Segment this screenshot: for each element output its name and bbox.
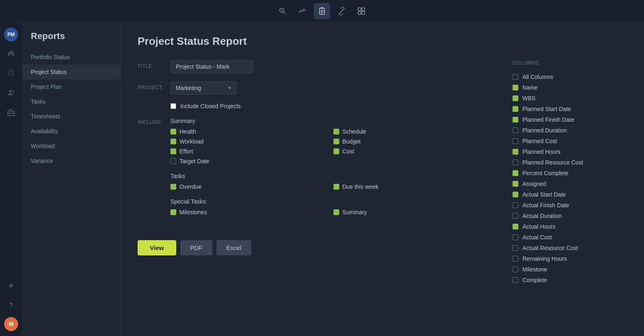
- workload-checkbox[interactable]: [170, 139, 176, 144]
- col-planned-start-date: Planned Start Date: [513, 104, 628, 114]
- overdue-checkbox[interactable]: [170, 184, 176, 190]
- special-tasks-grid: Milestones Summary: [170, 209, 488, 216]
- avatar[interactable]: M: [4, 317, 18, 331]
- col-name: Name: [513, 82, 628, 93]
- sidebar-item-tasks[interactable]: Tasks: [23, 94, 121, 109]
- include-item-due-this-week: Due this week: [334, 183, 488, 190]
- pdf-button[interactable]: PDF: [180, 240, 212, 255]
- zoom-icon[interactable]: [274, 3, 291, 19]
- view-button[interactable]: View: [138, 240, 176, 255]
- left-nav: PM + ? M: [0, 23, 23, 336]
- milestone-checkbox[interactable]: [513, 266, 518, 272]
- actual-hours-checkbox[interactable]: [513, 224, 518, 229]
- svg-point-15: [9, 90, 12, 93]
- include-item-health: Health: [170, 128, 325, 135]
- schedule-checkbox[interactable]: [334, 129, 339, 134]
- pm-logo[interactable]: PM: [4, 28, 18, 42]
- col-assigned: Assigned: [513, 178, 628, 189]
- clipboard-icon[interactable]: [314, 3, 330, 19]
- svg-line-8: [341, 10, 343, 12]
- link-icon[interactable]: [334, 3, 350, 19]
- excel-button[interactable]: Excel: [216, 240, 251, 255]
- title-label: TITLE:: [138, 60, 170, 69]
- title-input[interactable]: [170, 60, 253, 73]
- tasks-grid: Overdue Due this week: [170, 183, 488, 190]
- actual-duration-checkbox[interactable]: [513, 213, 518, 219]
- include-item-workload: Workload: [170, 138, 325, 145]
- include-item-target-date: Target Date: [170, 158, 325, 165]
- main-layout: PM + ? M Reports Portfolio Status Projec…: [0, 23, 644, 336]
- name-checkbox[interactable]: [513, 85, 518, 90]
- milestones-checkbox[interactable]: [170, 209, 176, 215]
- col-actual-resource-cost: Actual Resource Cost: [513, 243, 628, 253]
- chart-icon[interactable]: [294, 3, 310, 19]
- col-planned-finish-date: Planned Finish Date: [513, 114, 628, 125]
- col-actual-cost: Actual Cost: [513, 232, 628, 243]
- svg-rect-10: [362, 8, 365, 11]
- col-actual-finish-date: Actual Finish Date: [513, 200, 628, 211]
- columns-label: COLUMNS:: [513, 60, 628, 66]
- actual-resource-cost-checkbox[interactable]: [513, 245, 518, 251]
- cost-checkbox[interactable]: [334, 148, 339, 154]
- include-closed-checkbox[interactable]: [170, 103, 176, 109]
- assigned-checkbox[interactable]: [513, 181, 518, 187]
- svg-point-16: [12, 90, 14, 93]
- planned-hours-checkbox[interactable]: [513, 149, 518, 155]
- summary-checkbox[interactable]: [334, 209, 339, 215]
- include-item-schedule: Schedule: [334, 128, 488, 135]
- actual-start-date-checkbox[interactable]: [513, 192, 518, 197]
- include-item-milestones: Milestones: [170, 209, 325, 216]
- columns-section: COLUMNS: All Columns Name WB: [513, 60, 628, 285]
- svg-rect-13: [10, 54, 12, 56]
- svg-rect-12: [362, 12, 365, 14]
- columns-scroll: All Columns Name WBS Plann: [513, 72, 628, 285]
- col-planned-duration: Planned Duration: [513, 125, 628, 136]
- sidebar-item-project-status[interactable]: Project Status: [23, 65, 121, 79]
- briefcase-nav[interactable]: [3, 104, 19, 120]
- effort-checkbox[interactable]: [170, 148, 176, 154]
- col-milestone: Milestone: [513, 264, 628, 275]
- planned-duration-checkbox[interactable]: [513, 127, 518, 133]
- summary-group-title: Summary: [170, 118, 488, 124]
- actual-finish-date-checkbox[interactable]: [513, 202, 518, 208]
- col-wbs: WBS: [513, 93, 628, 104]
- col-percent-complete: Percent Complete: [513, 168, 628, 178]
- planned-start-date-checkbox[interactable]: [513, 106, 518, 112]
- sidebar-item-variance[interactable]: Variance: [23, 153, 121, 168]
- include-section: INCLUDE: Summary Health: [138, 118, 488, 224]
- sidebar-item-workload[interactable]: Workload: [23, 139, 121, 153]
- project-select[interactable]: Marketing Development Design: [170, 81, 236, 95]
- planned-cost-checkbox[interactable]: [513, 138, 518, 144]
- home-nav[interactable]: [3, 45, 19, 61]
- col-actual-start-date: Actual Start Date: [513, 189, 628, 200]
- plus-nav[interactable]: +: [3, 278, 19, 294]
- remaining-hours-checkbox[interactable]: [513, 256, 518, 262]
- health-checkbox[interactable]: [170, 129, 176, 134]
- complete-checkbox[interactable]: [513, 277, 518, 283]
- help-nav[interactable]: ?: [3, 297, 19, 314]
- project-row: PROJECT: Marketing Development Design ▼: [138, 81, 488, 95]
- svg-rect-11: [358, 12, 361, 14]
- budget-checkbox[interactable]: [334, 139, 339, 144]
- planned-finish-date-checkbox[interactable]: [513, 117, 518, 123]
- planned-resource-cost-checkbox[interactable]: [513, 160, 518, 165]
- layout-icon[interactable]: [353, 3, 370, 19]
- project-label: PROJECT:: [138, 81, 170, 90]
- form-left: TITLE: PROJECT: Marketing Development De…: [138, 60, 488, 285]
- people-nav[interactable]: [3, 84, 19, 101]
- tasks-group-title: Tasks: [170, 173, 488, 179]
- svg-rect-9: [358, 8, 361, 11]
- sidebar-item-project-plan[interactable]: Project Plan: [23, 79, 121, 94]
- col-actual-hours: Actual Hours: [513, 221, 628, 232]
- clock-nav[interactable]: [3, 65, 19, 81]
- actual-cost-checkbox[interactable]: [513, 234, 518, 240]
- page-title: Project Status Report: [138, 35, 628, 48]
- percent-complete-checkbox[interactable]: [513, 170, 518, 176]
- sidebar-item-portfolio-status[interactable]: Portfolio Status: [23, 50, 121, 65]
- sidebar-item-timesheets[interactable]: Timesheets: [23, 109, 121, 124]
- wbs-checkbox[interactable]: [513, 95, 518, 101]
- sidebar-item-availability[interactable]: Availability: [23, 124, 121, 139]
- due-this-week-checkbox[interactable]: [334, 184, 339, 190]
- all-columns-checkbox[interactable]: [513, 74, 518, 80]
- target-date-checkbox[interactable]: [170, 158, 176, 164]
